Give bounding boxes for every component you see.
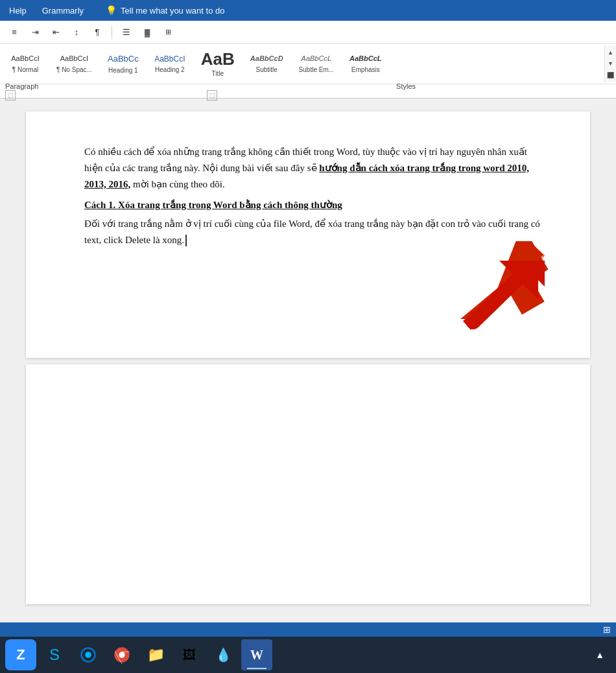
svg-point-8 xyxy=(119,652,124,657)
decrease-indent-btn[interactable]: ⇤ xyxy=(47,24,65,41)
heading-text: Cách 1. Xóa trang trắng trong Word bằng … xyxy=(84,200,342,210)
style-nospace[interactable]: AaBbCcI ¶ No Spac... xyxy=(49,45,99,82)
scroll-down-icon[interactable]: ▼ xyxy=(608,60,613,67)
page-2 xyxy=(26,364,590,604)
ribbon-bottom: Paragraph ⬚ Styles ⬚ xyxy=(0,84,616,98)
skype-icon: S xyxy=(49,646,60,664)
style-title-label: Title xyxy=(212,70,224,77)
style-title-preview: AaB xyxy=(201,51,235,67)
page-1: Có nhiều cách để xóa những trang trắng k… xyxy=(26,112,590,358)
styles-expand-btn[interactable]: ⬚ xyxy=(207,90,217,100)
taskbar-word[interactable]: W xyxy=(241,639,272,670)
expand-styles-icon[interactable]: ⬛ xyxy=(607,72,614,78)
paragraph-section-label: Paragraph ⬚ xyxy=(5,82,207,100)
word-icon: W xyxy=(250,648,263,663)
taskbar-right: ▲ xyxy=(595,650,611,660)
taskbar-chrome[interactable] xyxy=(106,639,137,670)
style-title[interactable]: AaB Title xyxy=(194,45,242,82)
style-subtleem-preview: AaBbCcL xyxy=(302,54,331,63)
styles-section-label: Styles ⬚ xyxy=(207,82,611,100)
style-heading1[interactable]: AaBbCc Heading 1 xyxy=(101,45,146,82)
toolbar-row: ≡ ⇥ ⇤ ↕ ¶ ☰ ▓ ⊞ xyxy=(0,21,616,44)
edge-icon xyxy=(79,646,97,664)
doc-paragraph-1: Có nhiều cách để xóa những trang trắng k… xyxy=(84,144,545,192)
title-bar-menu: Help Grammarly xyxy=(6,5,86,17)
style-heading2[interactable]: AaBbCcI Heading 2 xyxy=(147,45,193,82)
styles-container: AaBbCcI ¶ Normal AaBbCcI ¶ No Spac... Aa… xyxy=(0,45,604,82)
photos-icon: 🖼 xyxy=(183,648,196,663)
tell-me-box[interactable]: 💡 Tell me what you want to do xyxy=(106,5,224,16)
bulb-icon: 💡 xyxy=(106,5,117,16)
taskbar-app6[interactable]: 💧 xyxy=(207,639,239,670)
sort-btn[interactable]: ↕ xyxy=(67,24,86,41)
style-subtleem-label: Subtle Em... xyxy=(299,66,334,73)
explorer-icon: 📁 xyxy=(147,646,165,663)
line-spacing-btn[interactable]: ☰ xyxy=(117,24,136,41)
red-arrow-svg xyxy=(454,254,551,338)
style-normal-preview: AaBbCcI xyxy=(11,54,39,63)
taskbar-edge[interactable] xyxy=(73,639,104,670)
chevron-up-icon[interactable]: ▲ xyxy=(595,650,604,660)
status-bar: ⊞ xyxy=(0,622,616,637)
zoom-icon: Z xyxy=(16,646,25,663)
grammarly-menu[interactable]: Grammarly xyxy=(40,5,86,17)
style-emphasis-label: Emphasis xyxy=(351,66,380,73)
style-emphasis-preview: AaBbCcL xyxy=(349,54,382,63)
style-nospace-preview: AaBbCcI xyxy=(60,54,88,63)
style-subtitle[interactable]: AaBbCcD Subtitle xyxy=(243,45,290,82)
taskbar-explorer[interactable]: 📁 xyxy=(140,639,171,670)
align-left-btn[interactable]: ≡ xyxy=(5,24,23,41)
style-emphasis[interactable]: AaBbCcL Emphasis xyxy=(342,45,389,82)
title-bar: Help Grammarly 💡 Tell me what you want t… xyxy=(0,0,616,21)
style-subtle-em[interactable]: AaBbCcL Subtle Em... xyxy=(292,45,341,82)
shading-btn[interactable]: ▓ xyxy=(138,24,156,41)
text-cursor xyxy=(185,235,187,246)
taskbar-zoom[interactable]: Z xyxy=(5,639,36,670)
style-subtitle-preview: AaBbCcD xyxy=(250,54,283,63)
document-area: Có nhiều cách để xóa những trang trắng k… xyxy=(0,99,616,633)
chrome-icon xyxy=(113,646,131,664)
word-active-indicator xyxy=(247,668,267,669)
increase-indent-btn[interactable]: ⇥ xyxy=(26,24,44,41)
taskbar: Z S 📁 🖼 💧 W ▲ xyxy=(0,637,616,673)
paragraph-mark-btn[interactable]: ¶ xyxy=(88,24,106,41)
scroll-up-icon[interactable]: ▲ xyxy=(608,49,613,56)
style-normal-label: ¶ Normal xyxy=(12,66,38,73)
styles-label: Styles xyxy=(396,82,416,90)
style-heading1-preview: AaBbCc xyxy=(108,54,139,64)
style-subtitle-label: Subtitle xyxy=(256,66,278,73)
styles-row: AaBbCcI ¶ Normal AaBbCcI ¶ No Spac... Aa… xyxy=(0,44,616,84)
ribbon: ≡ ⇥ ⇤ ↕ ¶ ☰ ▓ ⊞ AaBbCcI ¶ Normal AaBbCcI… xyxy=(0,21,616,99)
tell-me-text: Tell me what you want to do xyxy=(121,6,224,16)
para1-bold: hướng dẫn cách xóa trang trắng trong wor… xyxy=(84,163,529,189)
help-menu[interactable]: Help xyxy=(6,5,29,17)
styles-scroll[interactable]: ▲ ▼ ⬛ xyxy=(604,45,616,82)
red-arrow-container xyxy=(454,254,551,341)
paragraph-expand-btn[interactable]: ⬚ xyxy=(5,90,16,100)
style-heading2-preview: AaBbCcI xyxy=(154,54,185,64)
style-nospace-label: ¶ No Spac... xyxy=(56,66,92,73)
toolbar-sep-1 xyxy=(112,26,112,39)
taskbar-photos[interactable]: 🖼 xyxy=(174,639,205,670)
doc-heading-1: Cách 1. Xóa trang trắng trong Word bằng … xyxy=(84,197,545,213)
style-normal[interactable]: AaBbCcI ¶ Normal xyxy=(3,45,48,82)
style-heading2-label: Heading 2 xyxy=(155,66,185,73)
svg-line-5 xyxy=(473,268,528,322)
app6-icon: 💧 xyxy=(215,647,231,663)
borders-btn[interactable]: ⊞ xyxy=(159,24,177,41)
taskbar-skype[interactable]: S xyxy=(39,639,70,670)
page-view-icon[interactable]: ⊞ xyxy=(603,624,611,635)
para1-text: Có nhiều cách để xóa những trang trắng k… xyxy=(84,147,529,189)
paragraph-label: Paragraph xyxy=(5,82,38,90)
style-heading1-label: Heading 1 xyxy=(108,67,138,74)
